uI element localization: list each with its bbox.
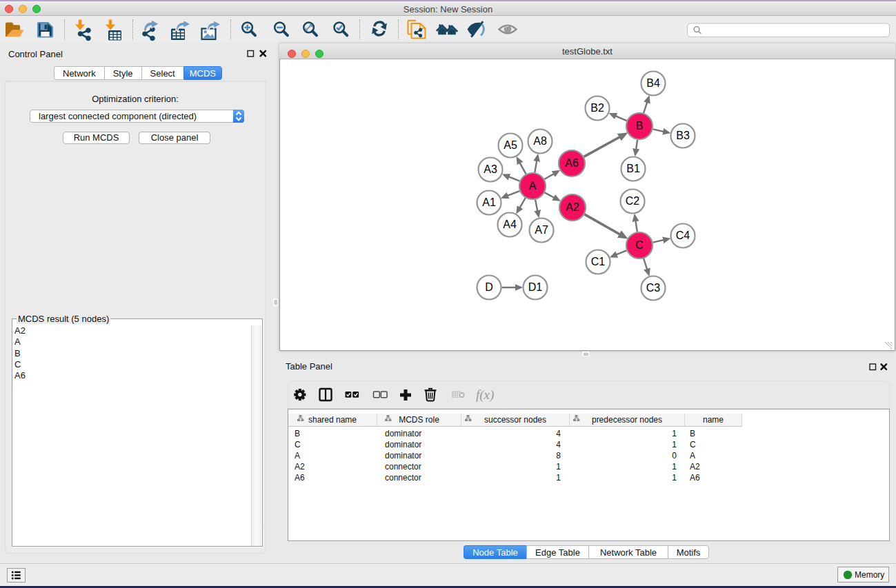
svg-text:A: A: [529, 180, 537, 192]
svg-text:C3: C3: [646, 282, 661, 294]
svg-text:B2: B2: [590, 102, 604, 114]
svg-text:A4: A4: [503, 219, 517, 230]
svg-text:D: D: [485, 281, 493, 293]
svg-text:A5: A5: [504, 139, 517, 151]
svg-text:A8: A8: [533, 135, 547, 147]
svg-text:C: C: [635, 239, 644, 251]
svg-text:B3: B3: [676, 130, 690, 141]
svg-text:A3: A3: [484, 163, 497, 175]
svg-text:A6: A6: [565, 157, 579, 169]
svg-text:C1: C1: [591, 256, 606, 267]
svg-text:A1: A1: [482, 196, 496, 208]
svg-text:C4: C4: [676, 230, 690, 241]
svg-text:C2: C2: [626, 195, 640, 207]
svg-text:B1: B1: [626, 163, 640, 174]
svg-text:A2: A2: [566, 201, 579, 213]
svg-text:f(x): f(x): [476, 387, 494, 403]
svg-text:D1: D1: [528, 281, 543, 293]
svg-text:B4: B4: [646, 77, 660, 89]
svg-text:A7: A7: [535, 224, 548, 236]
svg-text:B: B: [636, 120, 644, 132]
